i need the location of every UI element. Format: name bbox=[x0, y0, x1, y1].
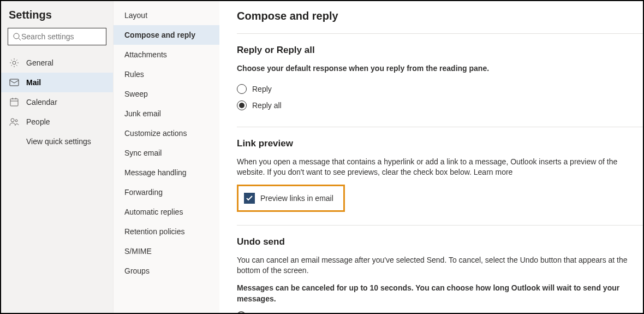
svg-point-11 bbox=[11, 119, 14, 122]
settings-title: Settings bbox=[1, 9, 113, 28]
people-icon bbox=[9, 116, 20, 127]
highlight-box: Preview links in email bbox=[237, 185, 345, 212]
search-settings-box[interactable] bbox=[8, 28, 106, 45]
section-heading: Link preview bbox=[237, 138, 643, 149]
radio-label: Reply all bbox=[252, 101, 282, 110]
checkbox-preview-links[interactable]: Preview links in email bbox=[244, 189, 338, 207]
subnav-groups[interactable]: Groups bbox=[114, 261, 219, 281]
subnav-sync-email[interactable]: Sync email bbox=[114, 143, 219, 163]
nav-label: Mail bbox=[26, 78, 41, 87]
subnav-rules[interactable]: Rules bbox=[114, 64, 219, 84]
svg-line-1 bbox=[19, 38, 21, 40]
subnav-automatic-replies[interactable]: Automatic replies bbox=[114, 202, 219, 222]
settings-sidebar: Settings General bbox=[1, 1, 113, 313]
mail-subnav: Layout Compose and reply Attachments Rul… bbox=[113, 1, 219, 313]
slider-thumb[interactable] bbox=[237, 311, 246, 313]
checkbox-label: Preview links in email bbox=[260, 194, 333, 203]
checkbox-icon bbox=[244, 193, 255, 204]
svg-rect-3 bbox=[10, 79, 19, 86]
section-link-preview: Link preview When you open a message tha… bbox=[237, 127, 643, 225]
nav-label: View quick settings bbox=[26, 137, 91, 146]
undo-slider-wrap: 0 bbox=[237, 311, 643, 313]
subnav-customize-actions[interactable]: Customize actions bbox=[114, 123, 219, 143]
svg-point-0 bbox=[14, 33, 19, 39]
section-desc: When you open a message that contains a … bbox=[237, 157, 643, 178]
nav-label: Calendar bbox=[26, 98, 57, 106]
section-desc: You can cancel an email message after yo… bbox=[237, 255, 643, 276]
gear-icon bbox=[9, 57, 20, 68]
nav-mail[interactable]: Mail bbox=[1, 73, 113, 92]
primary-nav: General Mail Calendar bbox=[1, 53, 113, 151]
search-icon bbox=[13, 32, 21, 41]
subnav-message-handling[interactable]: Message handling bbox=[114, 163, 219, 182]
nav-label: General bbox=[26, 58, 53, 67]
radio-icon bbox=[237, 100, 247, 110]
section-desc: Choose your default response when you re… bbox=[237, 63, 643, 74]
calendar-icon bbox=[9, 97, 20, 108]
subnav-smime[interactable]: S/MIME bbox=[114, 241, 219, 261]
section-heading: Reply or Reply all bbox=[237, 45, 643, 56]
subnav-retention-policies[interactable]: Retention policies bbox=[114, 222, 219, 241]
radio-label: Reply bbox=[252, 85, 272, 93]
nav-quick-settings[interactable]: View quick settings bbox=[1, 132, 113, 151]
svg-point-12 bbox=[15, 120, 17, 122]
undo-slider[interactable] bbox=[237, 311, 422, 313]
subnav-compose-reply[interactable]: Compose and reply bbox=[114, 25, 219, 45]
mail-icon bbox=[9, 77, 20, 88]
subnav-junk-email[interactable]: Junk email bbox=[114, 104, 219, 123]
radio-icon bbox=[237, 84, 247, 94]
nav-label: People bbox=[26, 117, 50, 126]
section-reply: Reply or Reply all Choose your default r… bbox=[237, 33, 643, 127]
radio-reply-all[interactable]: Reply all bbox=[237, 97, 643, 114]
learn-more-link[interactable]: Learn more bbox=[474, 168, 513, 176]
radio-reply[interactable]: Reply bbox=[237, 81, 643, 97]
section-desc2: Messages can be canceled for up to 10 se… bbox=[237, 283, 643, 304]
page-title: Compose and reply bbox=[237, 10, 643, 22]
subnav-sweep[interactable]: Sweep bbox=[114, 84, 219, 104]
subnav-layout[interactable]: Layout bbox=[114, 5, 219, 25]
search-input[interactable] bbox=[21, 32, 117, 41]
settings-content: Compose and reply Reply or Reply all Cho… bbox=[219, 1, 643, 313]
nav-people[interactable]: People bbox=[1, 112, 113, 132]
subnav-forwarding[interactable]: Forwarding bbox=[114, 182, 219, 202]
svg-rect-4 bbox=[10, 99, 18, 106]
subnav-attachments[interactable]: Attachments bbox=[114, 45, 219, 64]
svg-point-2 bbox=[13, 61, 16, 64]
section-heading: Undo send bbox=[237, 236, 643, 247]
nav-calendar[interactable]: Calendar bbox=[1, 92, 113, 112]
nav-general[interactable]: General bbox=[1, 53, 113, 73]
slider-value: 0 bbox=[431, 311, 436, 313]
section-undo-send: Undo send You can cancel an email messag… bbox=[237, 225, 643, 313]
